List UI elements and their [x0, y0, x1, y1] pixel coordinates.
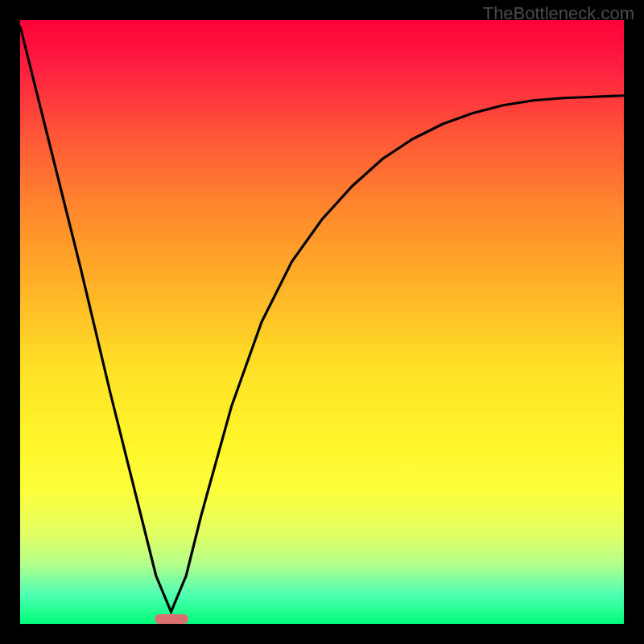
- plot-area: [20, 20, 624, 624]
- bottleneck-curve: [20, 20, 624, 624]
- optimum-marker: [155, 614, 188, 624]
- watermark-text: TheBottleneck.com: [483, 3, 634, 24]
